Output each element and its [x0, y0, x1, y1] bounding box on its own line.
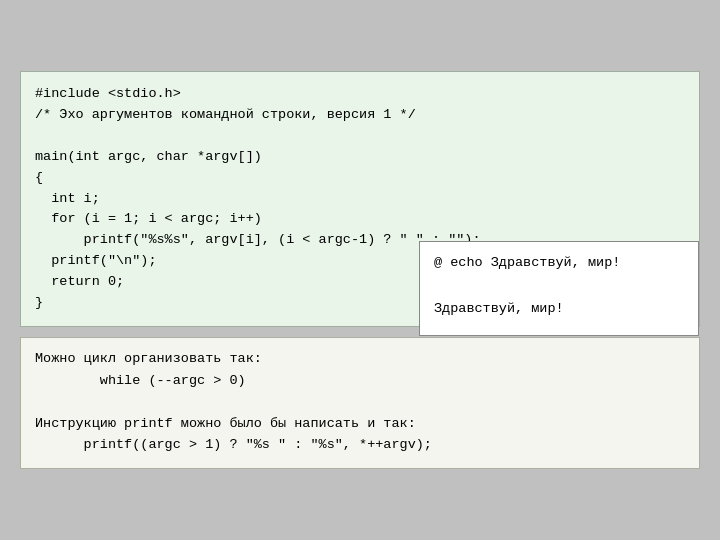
note-text: Можно цикл организовать так: while (--ar…: [35, 348, 685, 456]
note-line-4: Инструкцию printf можно было бы написать…: [35, 416, 416, 431]
note-line-5: printf((argc > 1) ? "%s " : "%s", *++arg…: [35, 437, 432, 452]
code-line-6: int i;: [35, 191, 100, 206]
code-line-2: /* Эхо аргументов командной строки, верс…: [35, 107, 416, 122]
note-block: Можно цикл организовать так: while (--ar…: [20, 337, 700, 469]
code-line-11: }: [35, 295, 43, 310]
code-line-5: {: [35, 170, 43, 185]
output-result-text: Здравствуй, мир!: [434, 301, 564, 316]
code-line-7: for (i = 1; i < argc; i++): [35, 211, 262, 226]
output-command: @ echo Здравствуй, мир! Здравствуй, мир!: [434, 252, 684, 321]
note-line-1: Можно цикл организовать так:: [35, 351, 262, 366]
code-line-10: return 0;: [35, 274, 124, 289]
main-container: #include <stdio.h> /* Эхо аргументов ком…: [20, 71, 700, 469]
note-line-2: while (--argc > 0): [35, 373, 246, 388]
code-line-8: printf("%s%s", argv[i], (i < argc-1) ? "…: [35, 232, 481, 247]
output-popup: @ echo Здравствуй, мир! Здравствуй, мир!: [419, 241, 699, 336]
code-line-1: #include <stdio.h>: [35, 86, 181, 101]
code-line-4: main(int argc, char *argv[]): [35, 149, 262, 164]
code-block: #include <stdio.h> /* Эхо аргументов ком…: [20, 71, 700, 327]
output-command-text: @ echo Здравствуй, мир!: [434, 255, 620, 270]
code-line-9: printf("\n");: [35, 253, 157, 268]
